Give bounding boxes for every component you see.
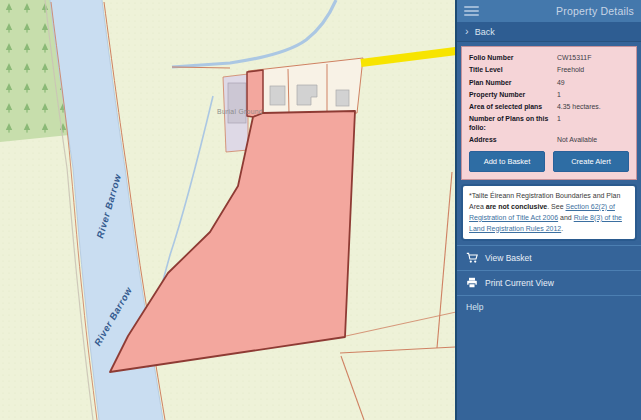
property-details-card: Folio Number CW15311F Title Level Freeho… <box>461 46 637 180</box>
panel-header: Property Details <box>457 0 641 22</box>
burial-ground-label: Burial Ground <box>217 108 263 115</box>
plans-count-value: 1 <box>557 114 629 133</box>
plans-count-row: Number of Plans on this folio: 1 <box>469 112 629 133</box>
property-number-label: Property Number <box>469 90 557 99</box>
address-row: Address Not Available <box>469 134 629 146</box>
disclaimer-text-mid: . See <box>547 203 565 210</box>
area-label: Area of selected plans <box>469 102 557 111</box>
property-number-value: 1 <box>557 90 629 99</box>
plans-count-label: Number of Plans on this folio: <box>469 114 557 133</box>
back-label: Back <box>475 27 495 37</box>
area-value: 4.35 hectares. <box>557 102 629 111</box>
property-number-row: Property Number 1 <box>469 88 629 100</box>
title-level-label: Title Level <box>469 65 557 74</box>
help-button[interactable]: Help <box>457 295 641 318</box>
printer-icon <box>466 277 478 289</box>
view-basket-label: View Basket <box>485 253 532 263</box>
map-canvas[interactable]: Burial Ground River Barrow River Barrow <box>0 0 455 420</box>
burial-ground-building <box>228 83 246 123</box>
title-level-row: Title Level Freehold <box>469 64 629 76</box>
area-row: Area of selected plans 4.35 hectares. <box>469 100 629 112</box>
title-level-value: Freehold <box>557 65 629 74</box>
plan-number-label: Plan Number <box>469 78 557 87</box>
back-button[interactable]: › Back <box>457 22 641 42</box>
plan-number-value: 49 <box>557 78 629 87</box>
panel-title: Property Details <box>556 5 634 17</box>
plan-number-row: Plan Number 49 <box>469 76 629 88</box>
disclaimer-text-suffix: . <box>561 225 563 232</box>
folio-number-label: Folio Number <box>469 53 557 62</box>
disclaimer-text-joiner: and <box>558 214 574 221</box>
address-value: Not Available <box>557 135 629 144</box>
card-actions: Add to Basket Create Alert <box>469 151 629 172</box>
disclaimer-text-bold: are not conclusive <box>486 203 547 210</box>
help-label: Help <box>466 302 483 312</box>
disclaimer-note: *Tailte Éireann Registration Boundaries … <box>461 184 637 241</box>
property-details-panel: Property Details › Back Folio Number CW1… <box>455 0 641 420</box>
print-current-view-button[interactable]: Print Current View <box>457 270 641 295</box>
chevron-right-icon: › <box>465 26 469 37</box>
folio-number-value: CW15311F <box>557 53 629 62</box>
cart-icon <box>466 252 478 264</box>
view-basket-button[interactable]: View Basket <box>457 245 641 270</box>
add-to-basket-button[interactable]: Add to Basket <box>469 151 545 172</box>
create-alert-button[interactable]: Create Alert <box>553 151 629 172</box>
address-label: Address <box>469 135 557 144</box>
menu-icon[interactable] <box>464 3 479 19</box>
print-current-view-label: Print Current View <box>485 278 554 288</box>
folio-number-row: Folio Number CW15311F <box>469 52 629 64</box>
landdirect-map-viewer: Burial Ground River Barrow River Barrow … <box>0 0 641 420</box>
